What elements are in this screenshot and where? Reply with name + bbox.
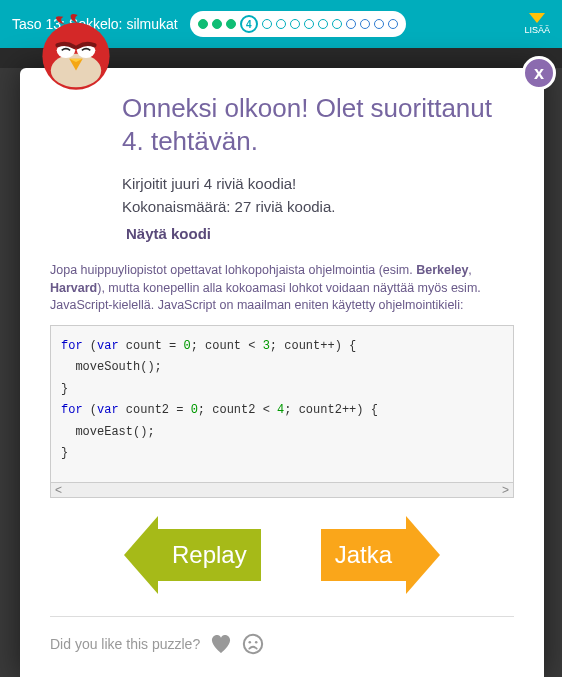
more-label: LISÄÄ — [524, 25, 550, 35]
progress-step-12[interactable] — [360, 19, 370, 29]
replay-button[interactable]: Replay — [124, 516, 261, 594]
more-menu[interactable]: LISÄÄ — [524, 13, 550, 35]
like-button[interactable] — [210, 633, 232, 655]
svg-point-4 — [244, 634, 262, 652]
progress-step-3[interactable] — [226, 19, 236, 29]
close-button[interactable]: x — [522, 56, 556, 90]
sad-face-icon — [242, 633, 264, 655]
continue-label: Jatka — [321, 529, 406, 581]
progress-indicator[interactable]: 4 — [190, 11, 406, 37]
progress-step-14[interactable] — [388, 19, 398, 29]
university-harvard: Harvard — [50, 281, 97, 295]
divider — [50, 616, 514, 617]
close-icon: x — [534, 63, 544, 84]
replay-label: Replay — [158, 529, 261, 581]
arrow-right-icon — [406, 516, 440, 594]
progress-step-4-current[interactable]: 4 — [240, 15, 258, 33]
progress-step-7[interactable] — [290, 19, 300, 29]
generated-code-box[interactable]: for (var count = 0; count < 3; count++) … — [50, 325, 514, 483]
continue-button[interactable]: Jatka — [321, 516, 440, 594]
completion-modal: x Onneksi olkoon! Olet suorittanut 4. te… — [20, 68, 544, 677]
university-berkeley: Berkeley — [416, 263, 468, 277]
progress-step-2[interactable] — [212, 19, 222, 29]
show-code-toggle[interactable]: Näytä koodi — [126, 225, 514, 242]
code-scrollbar[interactable]: < > — [50, 483, 514, 498]
svg-point-6 — [255, 640, 258, 643]
progress-step-6[interactable] — [276, 19, 286, 29]
modal-title: Onneksi olkoon! Olet suorittanut 4. teht… — [122, 92, 514, 157]
triangle-down-icon — [529, 13, 545, 23]
action-buttons: Replay Jatka — [50, 516, 514, 594]
progress-step-10[interactable] — [332, 19, 342, 29]
progress-step-13[interactable] — [374, 19, 384, 29]
progress-step-1[interactable] — [198, 19, 208, 29]
scroll-right-icon: > — [502, 483, 509, 497]
progress-step-8[interactable] — [304, 19, 314, 29]
description-text: Jopa huippuyliopistot opettavat lohkopoh… — [50, 262, 514, 315]
dislike-button[interactable] — [242, 633, 264, 655]
progress-step-11[interactable] — [346, 19, 356, 29]
feedback-prompt: Did you like this puzzle? — [50, 636, 200, 652]
heart-icon — [210, 634, 232, 654]
progress-step-5[interactable] — [262, 19, 272, 29]
scroll-left-icon: < — [55, 483, 62, 497]
arrow-left-icon — [124, 516, 158, 594]
progress-step-9[interactable] — [318, 19, 328, 29]
lines-written-stat: Kirjoitit juuri 4 riviä koodia! — [122, 175, 514, 192]
feedback-row: Did you like this puzzle? — [50, 633, 514, 655]
svg-point-5 — [249, 640, 252, 643]
total-lines-stat: Kokonaismäärä: 27 riviä koodia. — [122, 198, 514, 215]
angry-bird-icon — [34, 10, 118, 94]
